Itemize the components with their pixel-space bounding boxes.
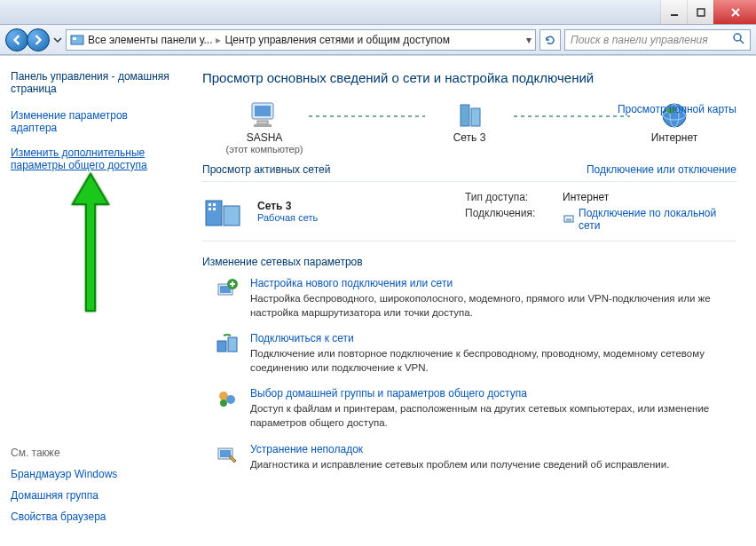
setup-connection-icon (215, 277, 240, 302)
svg-rect-21 (209, 208, 211, 210)
svg-line-7 (740, 40, 744, 44)
svg-rect-1 (697, 9, 705, 16)
change-settings-header: Изменение сетевых параметров (202, 256, 736, 268)
active-network-panel: Сеть 3 Рабочая сеть Тип доступа: Интерне… (202, 181, 736, 241)
option-link[interactable]: Настройка нового подключения или сети (250, 277, 736, 289)
network-map: SASHA (этот компьютер) Сеть 3 Интернет П… (202, 99, 736, 154)
svg-rect-11 (254, 124, 272, 127)
svg-rect-10 (257, 121, 268, 124)
map-node-computer: SASHA (этот компьютер) (202, 99, 327, 154)
search-placeholder: Поиск в панели управления (571, 34, 708, 46)
svg-rect-9 (255, 106, 271, 116)
navigation-bar: Все элементы панели у... ▸ Центр управле… (0, 25, 756, 55)
option-description: Подключение или повторное подключение к … (250, 346, 736, 375)
option-link[interactable]: Выбор домашней группы и параметров общег… (250, 387, 736, 400)
svg-rect-22 (213, 208, 216, 210)
page-title: Просмотр основных сведений о сети и наст… (202, 70, 736, 85)
option-description: Доступ к файлам и принтерам, расположенн… (250, 401, 736, 430)
sidebar-link-adapter-settings[interactable]: Изменение параметров адаптера (11, 109, 176, 134)
option-link[interactable]: Устранение неполадок (250, 443, 669, 455)
view-full-map-link[interactable]: Просмотр полной карты (618, 103, 736, 115)
search-input[interactable]: Поиск в панели управления (564, 29, 751, 51)
connect-network-icon (215, 332, 240, 357)
network-category-icon (202, 194, 245, 229)
svg-rect-20 (213, 203, 216, 206)
window-titlebar (0, 0, 756, 25)
back-button[interactable] (5, 28, 28, 51)
homegroup-icon (215, 387, 240, 412)
option-link[interactable]: Подключиться к сети (250, 332, 736, 344)
see-also-browser-properties[interactable]: Свойства браузера (11, 510, 176, 523)
svg-point-34 (220, 400, 227, 407)
svg-rect-31 (228, 337, 237, 352)
breadcrumb-separator: ▸ (212, 34, 224, 46)
svg-rect-18 (224, 206, 240, 226)
breadcrumb-item[interactable]: Все элементы панели у... (88, 34, 212, 46)
svg-rect-13 (471, 108, 480, 126)
see-also-firewall[interactable]: Брандмауэр Windows (11, 468, 176, 480)
troubleshoot-icon (215, 443, 240, 468)
maximize-button[interactable] (687, 0, 713, 24)
map-node-sublabel: (этот компьютер) (225, 144, 303, 154)
access-type-value: Интернет (563, 191, 736, 203)
map-node-label: Сеть 3 (453, 131, 486, 144)
control-panel-icon (70, 33, 84, 47)
svg-rect-36 (220, 450, 231, 457)
svg-rect-12 (461, 105, 469, 126)
option-setup-connection: Настройка нового подключения или сети На… (202, 277, 736, 320)
svg-point-6 (734, 34, 741, 41)
svg-point-33 (226, 395, 235, 404)
chevron-down-icon[interactable]: ▾ (526, 34, 532, 46)
connect-disconnect-link[interactable]: Подключение или отключение (587, 163, 736, 176)
active-networks-header: Просмотр активных сетей (202, 163, 330, 176)
map-node-label: SASHA (247, 131, 283, 144)
sidebar: Панель управления - домашняя страница Из… (0, 56, 186, 546)
breadcrumb-item[interactable]: Центр управления сетями и общим доступом (224, 34, 450, 46)
ethernet-icon (563, 212, 575, 227)
computer-icon (247, 99, 282, 131)
forward-button[interactable] (27, 28, 50, 51)
network-icon (452, 99, 487, 131)
option-troubleshoot: Устранение неполадок Диагностика и испра… (202, 443, 736, 471)
access-type-label: Тип доступа: (465, 191, 563, 203)
active-network-type-link[interactable]: Рабочая сеть (257, 212, 318, 223)
control-panel-home-link[interactable]: Панель управления - домашняя страница (11, 70, 176, 95)
connection-link[interactable]: Подключение по локальной сети (563, 207, 736, 232)
search-icon (732, 32, 744, 47)
connections-label: Подключения: (465, 207, 563, 232)
active-network-name: Сеть 3 (257, 200, 318, 212)
sidebar-link-advanced-sharing[interactable]: Изменить дополнительные параметры общего… (11, 146, 176, 171)
refresh-button[interactable] (539, 29, 561, 51)
svg-rect-30 (217, 341, 226, 352)
option-description: Настройка беспроводного, широкополосного… (250, 291, 736, 320)
see-also-header: См. также (11, 447, 176, 459)
svg-rect-5 (73, 37, 76, 40)
svg-rect-19 (209, 203, 211, 206)
connection-name: Подключение по локальной сети (579, 207, 736, 232)
main-panel: Просмотр основных сведений о сети и наст… (186, 56, 756, 546)
map-node-label: Интернет (651, 131, 697, 144)
breadcrumb[interactable]: Все элементы панели у... ▸ Центр управле… (66, 29, 536, 51)
see-also-homegroup[interactable]: Домашняя группа (11, 489, 176, 502)
map-node-network: Сеть 3 (407, 99, 532, 154)
option-connect-network: Подключиться к сети Подключение или повт… (202, 332, 736, 375)
option-homegroup: Выбор домашней группы и параметров общег… (202, 387, 736, 430)
option-description: Диагностика и исправление сетевых пробле… (250, 457, 669, 471)
close-button[interactable] (713, 0, 756, 24)
minimize-button[interactable] (660, 0, 687, 24)
chevron-down-icon[interactable] (53, 36, 62, 44)
